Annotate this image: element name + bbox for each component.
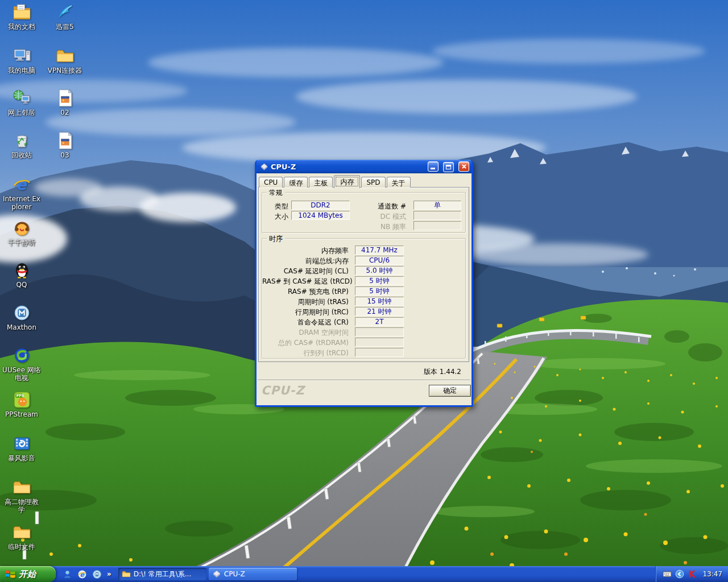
memory-tab-panel: 常规 类型 DDR2 通道数 # 单 大小 1024 MBytes DC 模式 … [258, 187, 469, 362]
timings-group: 时序 内存频率417.7 MHz 前端总线:内存CPU/6 CAS# 延迟时间 … [262, 238, 466, 359]
kaspersky-icon[interactable] [688, 569, 697, 579]
timing-value-field: 417.7 MHz [355, 246, 404, 255]
maxthon-icon [13, 304, 31, 322]
image-file-icon [56, 131, 75, 150]
desktop-icon-label: UUSee 网络电视 [2, 366, 42, 382]
system-tray: 13:47 [655, 566, 728, 582]
desktop-icon-vpn-folder[interactable]: VPN连接器 [45, 47, 85, 74]
windows-flag-icon [5, 568, 16, 580]
start-button[interactable]: 开始 [0, 566, 56, 582]
timing-value-field: 21 时钟 [355, 307, 404, 316]
desktop-icon-temp-files-folder[interactable]: 临时文件 [2, 523, 42, 551]
close-button[interactable] [458, 161, 469, 172]
timing-value-field: 5 时钟 [355, 286, 404, 296]
channels-field: 单 [413, 201, 461, 210]
internet-explorer-icon[interactable] [77, 569, 87, 579]
messenger-icon[interactable] [63, 569, 72, 579]
desktop-icon-label: PPStream [2, 410, 42, 418]
folder-icon [56, 47, 75, 65]
start-label: 开始 [19, 569, 36, 580]
desktop-icon-label: 我的文档 [2, 23, 42, 31]
desktop-icon-ttplayer[interactable]: 千千静听 [2, 219, 42, 247]
timing-row: 前端总线:内存CPU/6 [262, 256, 465, 265]
timing-row-disabled: 行到列 (tRCD) [262, 348, 465, 357]
desktop-icon-image-03[interactable]: 03 [45, 131, 85, 159]
ok-button[interactable]: 确定 [429, 385, 471, 397]
quick-launch-more-chevron[interactable]: » [107, 570, 111, 578]
desktop-icon-label: 我的电脑 [2, 66, 42, 74]
timing-row: RAS# 预充电 (tRP)5 时钟 [262, 286, 465, 296]
collapse-chevron-icon[interactable] [675, 569, 684, 579]
cpuz-icon [212, 569, 221, 579]
folder-icon [13, 478, 31, 497]
title-bar[interactable]: CPU-Z [257, 160, 471, 173]
timing-row: 内存频率417.7 MHz [262, 246, 465, 255]
cpuz-window: CPU-Z CPU 缓存 主板 内存 SPD 关于 常规 类型 DDR2 通道数… [255, 160, 473, 407]
type-field: DDR2 [291, 201, 350, 210]
tab-mainboard[interactable]: 主板 [309, 177, 333, 188]
uusee-icon [13, 346, 31, 365]
tab-spd[interactable]: SPD [361, 177, 385, 188]
timing-row: CAS# 延迟时间 (CL)5.0 时钟 [262, 266, 465, 275]
taskbar-button-label: D:\! 常用工具\系... [134, 569, 191, 579]
input-method-keyboard-icon[interactable] [663, 569, 672, 579]
quick-launch: » [56, 569, 116, 579]
version-label: 版本 1.44.2 [424, 367, 461, 377]
clock[interactable]: 13:47 [700, 570, 722, 578]
ppstream-icon [13, 390, 31, 409]
desktop-icon-label: 回收站 [2, 151, 42, 159]
timing-value-field [355, 327, 404, 336]
dc-mode-field [413, 211, 461, 220]
ttplayer-icon [13, 219, 31, 238]
tab-about[interactable]: 关于 [387, 177, 411, 188]
my-documents-icon [13, 3, 31, 22]
desktop-icon-internet-explorer[interactable]: Internet Explorer [2, 175, 42, 211]
desktop-icon-storm-player[interactable]: 暴风影音 [2, 434, 42, 462]
timing-value-field: 15 时钟 [355, 297, 404, 306]
network-places-icon [13, 89, 31, 107]
tab-memory[interactable]: 内存 [334, 175, 360, 188]
close-icon [461, 164, 467, 169]
folder-icon [122, 569, 131, 579]
tab-cpu[interactable]: CPU [259, 177, 283, 188]
minimize-button[interactable] [428, 161, 439, 172]
cpuz-app-icon[interactable] [260, 163, 268, 171]
timing-row: 行周期时间 (tRC)21 时钟 [262, 307, 465, 316]
taskbar-button-cpuz[interactable]: CPU-Z [209, 568, 297, 580]
desktop-icon-thunder[interactable]: 迅雷5 [45, 3, 85, 31]
desktop-icon-my-computer[interactable]: 我的电脑 [2, 47, 42, 74]
desktop-icon-label: QQ [2, 281, 42, 289]
desktop-icon-qq[interactable]: QQ [2, 261, 42, 289]
desktop-icon-label: 暴风影音 [2, 454, 42, 462]
desktop-icon-ppstream[interactable]: PPStream [2, 390, 42, 418]
maximize-button[interactable] [443, 162, 454, 172]
timing-value-field: 5.0 时钟 [355, 266, 404, 275]
timing-value-field: 2T [355, 317, 404, 326]
taskbar: 开始 » D:\! 常用工具\系... CPU-Z 13:47 [0, 566, 728, 582]
desktop-icon-maxthon[interactable]: Maxthon [2, 304, 42, 331]
image-file-icon [56, 89, 75, 107]
desktop-icon-physics-folder[interactable]: 高二物理教学 [2, 478, 42, 514]
thunder-icon [56, 3, 75, 22]
timing-row: 首命令延迟 (CR)2T [262, 317, 465, 326]
recycle-bin-icon [13, 131, 31, 150]
desktop-icon-label: Internet Explorer [2, 195, 42, 211]
desktop-icon-image-02[interactable]: 02 [45, 89, 85, 117]
desktop-icon-label: VPN连接器 [45, 66, 85, 74]
timing-value-field [355, 338, 404, 347]
maxthon-icon[interactable] [92, 569, 102, 579]
desktop-icon-my-documents[interactable]: 我的文档 [2, 3, 42, 31]
qq-icon [13, 261, 31, 280]
desktop-icon-label: 临时文件 [2, 543, 42, 551]
taskbar-button-explorer[interactable]: D:\! 常用工具\系... [118, 568, 206, 580]
tab-strip: CPU 缓存 主板 内存 SPD 关于 [259, 174, 412, 188]
timing-row-disabled: 总的 CAS# (tRDRAM) [262, 338, 465, 347]
desktop-icon-recycle-bin[interactable]: 回收站 [2, 131, 42, 159]
desktop-icon-uusee[interactable]: UUSee 网络电视 [2, 346, 42, 382]
desktop-icon-network-places[interactable]: 网上邻居 [2, 89, 42, 117]
timing-row: RAS# 到 CAS# 延迟 (tRCD)5 时钟 [262, 276, 465, 285]
tab-cache[interactable]: 缓存 [284, 177, 308, 188]
desktop-icon-label: 03 [45, 151, 85, 159]
desktop-icon-label: Maxthon [2, 323, 42, 331]
channels-label: 通道数 # [358, 202, 406, 211]
